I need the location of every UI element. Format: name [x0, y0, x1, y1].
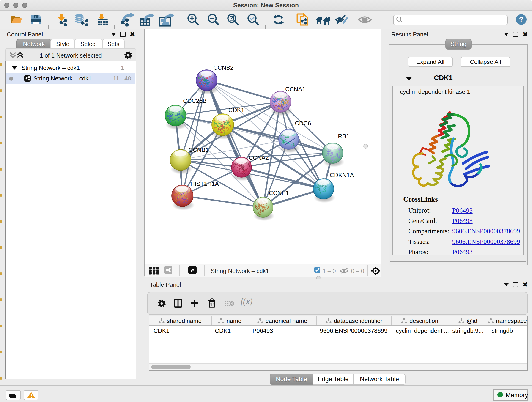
- svg-text:CCNA2: CCNA2: [249, 154, 269, 161]
- svg-text:CDK1: CDK1: [228, 107, 244, 114]
- svg-text:RB1: RB1: [338, 133, 350, 140]
- svg-text:CDC25B: CDC25B: [183, 97, 207, 104]
- svg-text:CCNE1: CCNE1: [269, 190, 289, 196]
- svg-text:CDKN1A: CDKN1A: [330, 172, 354, 179]
- svg-text:HIST1H1A: HIST1H1A: [190, 180, 219, 187]
- svg-text:CCNB2: CCNB2: [213, 64, 234, 71]
- svg-text:CCNB1: CCNB1: [189, 147, 209, 153]
- svg-text:CDC6: CDC6: [295, 120, 311, 127]
- svg-text:CCNA1: CCNA1: [285, 86, 305, 93]
